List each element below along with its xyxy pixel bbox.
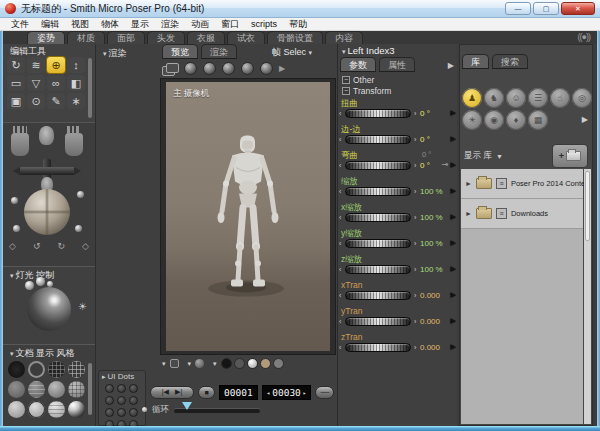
display-style-12[interactable] xyxy=(68,401,85,418)
camera-trackball[interactable] xyxy=(24,189,70,235)
dial-increment-icon[interactable]: › xyxy=(414,317,416,326)
light-brightness-icon[interactable]: ☀ xyxy=(78,301,87,312)
loop-label[interactable]: 循环 xyxy=(152,404,169,416)
room-tab-衣服[interactable]: 衣服 xyxy=(187,31,225,44)
menu-item-视图[interactable]: 视图 xyxy=(65,18,95,30)
dial-increment-icon[interactable]: › xyxy=(414,343,416,352)
category-scenes-icon[interactable]: ▦ xyxy=(528,110,548,130)
head-camera-control[interactable] xyxy=(39,126,54,145)
group-other[interactable]: −Other xyxy=(342,75,374,85)
end-frame-counter[interactable]: ◂ 00030 ▸ xyxy=(262,385,312,400)
ui-dot-3[interactable] xyxy=(129,384,138,393)
dial-value[interactable]: 100 % xyxy=(420,187,443,197)
dial-decrement-icon[interactable]: ‹ xyxy=(339,187,341,196)
dial-value[interactable]: 0.000 xyxy=(420,343,440,353)
doc-tab-渲染[interactable]: 渲染 xyxy=(201,44,237,59)
camera-dot-left[interactable] xyxy=(11,197,18,204)
dial-slider[interactable] xyxy=(345,265,411,274)
camera-dot-bottom-right[interactable] xyxy=(75,225,82,232)
ui-dot-8[interactable] xyxy=(117,408,126,417)
dial-value[interactable]: 100 % xyxy=(420,265,443,275)
color-chip-gray[interactable] xyxy=(234,358,245,369)
category-cameras-icon[interactable]: ◉ xyxy=(484,110,504,130)
depth-cue-toggle[interactable]: ▾ xyxy=(162,359,179,368)
display-ball-icon[interactable] xyxy=(260,62,273,75)
dial-value[interactable]: 0 ° xyxy=(420,135,430,145)
expand-arrow-icon[interactable]: ► xyxy=(465,210,472,217)
dial-decrement-icon[interactable]: ‹ xyxy=(339,213,341,222)
dial-slider[interactable] xyxy=(345,213,411,222)
dial-value[interactable]: 100 % xyxy=(420,213,443,223)
render-dropdown[interactable]: ▾渲染 xyxy=(103,47,127,60)
dial-increment-icon[interactable]: › xyxy=(414,135,416,144)
dial-slider[interactable] xyxy=(345,109,411,118)
display-ball-icon[interactable] xyxy=(203,62,216,75)
last-frame-icon[interactable]: ▶| xyxy=(175,388,182,396)
ui-dot-2[interactable] xyxy=(117,384,126,393)
dial-increment-icon[interactable]: › xyxy=(414,265,416,274)
display-style-8[interactable] xyxy=(68,381,85,398)
category-poses-icon[interactable]: ♞ xyxy=(484,88,504,108)
camera-dot-bottom-left[interactable] xyxy=(13,225,20,232)
room-tab-姿势[interactable]: 姿势 xyxy=(27,31,65,44)
display-style-11[interactable] xyxy=(48,401,65,418)
close-button[interactable]: ✕ xyxy=(561,2,595,15)
more-arrow-icon[interactable]: ▶ xyxy=(279,64,285,73)
dial-menu-icon[interactable]: ▶ xyxy=(451,265,456,273)
library-tab-库[interactable]: 库 xyxy=(462,54,489,69)
dial-menu-icon[interactable]: ▶ xyxy=(451,343,456,351)
dial-increment-icon[interactable]: › xyxy=(414,291,416,300)
timeline-slider[interactable] xyxy=(174,409,260,413)
display-ball-icon[interactable] xyxy=(222,62,235,75)
camera-rotate-left-icon[interactable]: ↺ xyxy=(33,241,41,251)
background-color-picker[interactable]: ▾ xyxy=(213,358,284,369)
param-tab-参数[interactable]: 参数 xyxy=(340,57,376,72)
room-tab-试衣[interactable]: 试衣 xyxy=(227,31,265,44)
dial-menu-icon[interactable]: ▶ xyxy=(451,161,456,169)
menu-item-渲染[interactable]: 渲染 xyxy=(155,18,185,30)
direct-manipulation-tool-icon[interactable]: ∗ xyxy=(67,93,85,109)
display-ball-icon[interactable] xyxy=(241,62,254,75)
menu-item-scripts[interactable]: scripts xyxy=(245,18,283,30)
dial-decrement-icon[interactable]: ‹ xyxy=(339,109,341,118)
display-style-2[interactable] xyxy=(28,361,45,378)
collapse-caret-icon[interactable]: ▾ xyxy=(10,350,14,357)
show-library-label[interactable]: 显示 库 xyxy=(464,150,492,162)
add-runtime-button[interactable]: + xyxy=(552,144,588,168)
dial-slider[interactable] xyxy=(345,161,411,170)
collapse-box-icon[interactable]: − xyxy=(342,76,350,84)
color-chip-white[interactable] xyxy=(247,358,258,369)
light-indicator-2[interactable] xyxy=(36,277,45,286)
dial-value[interactable]: 0.000 xyxy=(420,317,440,327)
color-chip-mid[interactable] xyxy=(273,358,284,369)
display-style-3[interactable] xyxy=(48,361,65,378)
grouping-tool-icon[interactable]: ▣ xyxy=(7,93,25,109)
menu-item-帮助[interactable]: 帮助 xyxy=(283,18,313,30)
decrement-icon[interactable]: ◂ xyxy=(267,386,271,399)
dial-increment-icon[interactable]: › xyxy=(414,109,416,118)
camera-select-icon[interactable]: ◇ xyxy=(9,241,16,251)
category-figures-icon[interactable]: ♟ xyxy=(462,88,482,108)
categories-more-icon[interactable]: ▶ xyxy=(582,115,588,124)
translate-pull-tool-icon[interactable]: ⊕ xyxy=(47,57,65,73)
left-hand-camera-control[interactable] xyxy=(11,133,29,156)
chain-break-tool-icon[interactable]: ∞ xyxy=(47,75,65,91)
display-style-4[interactable] xyxy=(68,361,85,378)
camera-dot-right[interactable] xyxy=(77,191,84,198)
ui-dot-7[interactable] xyxy=(105,408,114,417)
dial-decrement-icon[interactable]: ‹ xyxy=(339,265,341,274)
maximize-button[interactable]: ▢ xyxy=(533,2,559,15)
selected-actor-dropdown[interactable]: ▾Left Index3 xyxy=(342,45,395,56)
translate-in-out-tool-icon[interactable]: ↕ xyxy=(67,57,85,73)
camera-key-icon[interactable]: ◇ xyxy=(82,241,89,251)
dial-decrement-icon[interactable]: ‹ xyxy=(339,343,341,352)
display-style-7[interactable] xyxy=(48,381,65,398)
palette-flyout-icon[interactable]: ((●)) xyxy=(578,31,590,44)
category-expressions-icon[interactable]: ☺ xyxy=(506,88,526,108)
category-lights-icon[interactable]: ☀ xyxy=(462,110,482,130)
dial-menu-icon[interactable]: ▶ xyxy=(451,135,456,143)
library-tab-搜索[interactable]: 搜索 xyxy=(492,54,528,69)
display-style-1[interactable] xyxy=(8,361,25,378)
menu-item-文件[interactable]: 文件 xyxy=(5,18,35,30)
display-ball-icon[interactable] xyxy=(184,62,197,75)
